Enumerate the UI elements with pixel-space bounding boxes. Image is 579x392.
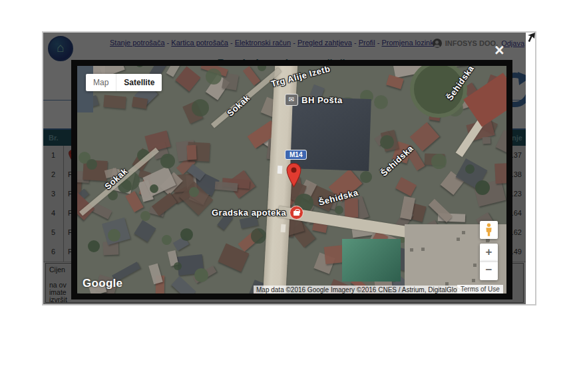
map-view-button[interactable]: Map [86, 74, 116, 91]
zoom-out-button[interactable]: − [480, 262, 498, 280]
building-green-roof [342, 239, 401, 282]
map-attribution: Map data ©2016 Google Imagery ©2016 CNES… [254, 286, 467, 294]
pegman-control[interactable] [480, 221, 498, 239]
post-office-icon: ✉ [285, 94, 298, 106]
page-frame: ⌂ Stanje potrošačaKartica potrošačaElekt… [42, 31, 536, 305]
pegman-icon [484, 223, 493, 237]
close-icon[interactable]: × [494, 42, 504, 59]
zoom-in-button[interactable]: + [480, 244, 498, 262]
poi-label: Gradska apoteka [212, 208, 286, 218]
route-shield-m14: M14 [285, 150, 307, 160]
map-type-toggle: Map Satellite [86, 74, 162, 91]
terms-of-use-link[interactable]: Terms of Use [457, 285, 503, 294]
building-post-office [290, 97, 371, 171]
map-canvas[interactable]: Map Satellite Sokak Trg Alije Izetb Šehi… [77, 66, 506, 294]
poi-bh-posta[interactable]: ✉ BH Pošta [285, 94, 343, 106]
poi-label: BH Pošta [301, 95, 343, 105]
google-logo: Google [83, 277, 122, 290]
poi-gradska-apoteka[interactable]: Gradska apoteka [212, 206, 303, 220]
location-pin-icon[interactable] [286, 162, 301, 191]
shopping-bag-icon [290, 206, 303, 220]
satellite-view-button[interactable]: Satellite [116, 74, 162, 91]
map-modal: Map Satellite Sokak Trg Alije Izetb Šehi… [71, 60, 512, 299]
cursor-arrow-icon [526, 32, 536, 46]
